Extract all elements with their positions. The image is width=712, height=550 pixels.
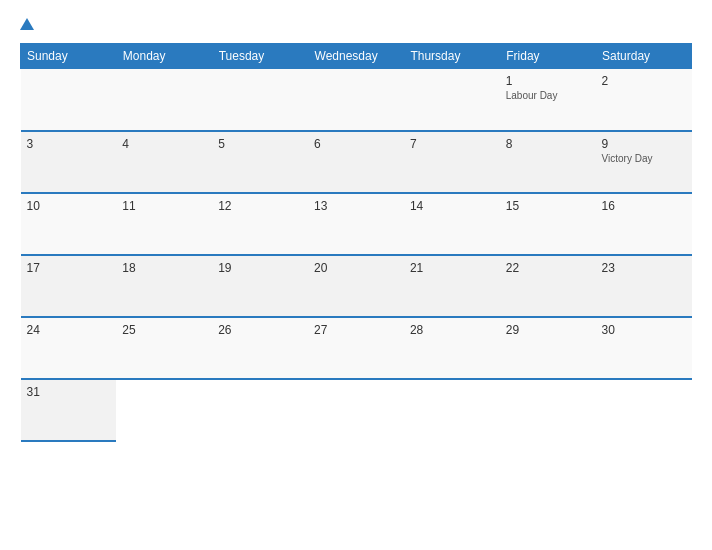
day-number: 26 <box>218 323 302 337</box>
calendar-cell: 18 <box>116 255 212 317</box>
weekday-header-friday: Friday <box>500 44 596 69</box>
holiday-label: Labour Day <box>506 90 590 102</box>
calendar-cell: 17 <box>21 255 117 317</box>
calendar-cell: 25 <box>116 317 212 379</box>
calendar-cell: 2 <box>596 69 692 131</box>
calendar-cell: 28 <box>404 317 500 379</box>
day-number: 17 <box>27 261 111 275</box>
day-number: 21 <box>410 261 494 275</box>
weekday-header-wednesday: Wednesday <box>308 44 404 69</box>
week-row-5: 24252627282930 <box>21 317 692 379</box>
day-number: 8 <box>506 137 590 151</box>
day-number: 28 <box>410 323 494 337</box>
day-number: 16 <box>602 199 686 213</box>
calendar-cell <box>308 379 404 441</box>
calendar-cell: 9Victory Day <box>596 131 692 193</box>
calendar-cell: 29 <box>500 317 596 379</box>
calendar-cell <box>116 69 212 131</box>
week-row-4: 17181920212223 <box>21 255 692 317</box>
calendar-cell: 11 <box>116 193 212 255</box>
calendar-cell <box>500 379 596 441</box>
calendar-table: SundayMondayTuesdayWednesdayThursdayFrid… <box>20 43 692 442</box>
day-number: 24 <box>27 323 111 337</box>
calendar-cell: 24 <box>21 317 117 379</box>
week-row-3: 10111213141516 <box>21 193 692 255</box>
logo <box>20 18 35 29</box>
calendar-cell <box>308 69 404 131</box>
calendar-cell: 20 <box>308 255 404 317</box>
calendar-cell <box>596 379 692 441</box>
day-number: 25 <box>122 323 206 337</box>
calendar-cell <box>21 69 117 131</box>
calendar-cell: 21 <box>404 255 500 317</box>
day-number: 14 <box>410 199 494 213</box>
weekday-header-row: SundayMondayTuesdayWednesdayThursdayFrid… <box>21 44 692 69</box>
calendar-cell: 13 <box>308 193 404 255</box>
day-number: 29 <box>506 323 590 337</box>
calendar-cell <box>404 379 500 441</box>
calendar-cell: 16 <box>596 193 692 255</box>
calendar-cell: 6 <box>308 131 404 193</box>
calendar-cell: 10 <box>21 193 117 255</box>
calendar-cell: 26 <box>212 317 308 379</box>
calendar-cell: 19 <box>212 255 308 317</box>
calendar-cell: 31 <box>21 379 117 441</box>
day-number: 5 <box>218 137 302 151</box>
holiday-label: Victory Day <box>602 153 686 165</box>
calendar-cell: 23 <box>596 255 692 317</box>
logo-triangle-icon <box>20 18 34 30</box>
weekday-header-sunday: Sunday <box>21 44 117 69</box>
weekday-header-saturday: Saturday <box>596 44 692 69</box>
calendar-cell <box>212 69 308 131</box>
day-number: 27 <box>314 323 398 337</box>
day-number: 22 <box>506 261 590 275</box>
weekday-header-tuesday: Tuesday <box>212 44 308 69</box>
calendar-page: SundayMondayTuesdayWednesdayThursdayFrid… <box>0 0 712 550</box>
calendar-cell: 27 <box>308 317 404 379</box>
week-row-1: 1Labour Day2 <box>21 69 692 131</box>
calendar-cell: 7 <box>404 131 500 193</box>
calendar-cell: 1Labour Day <box>500 69 596 131</box>
calendar-cell: 8 <box>500 131 596 193</box>
day-number: 18 <box>122 261 206 275</box>
day-number: 1 <box>506 74 590 88</box>
day-number: 10 <box>27 199 111 213</box>
calendar-cell: 4 <box>116 131 212 193</box>
day-number: 2 <box>602 74 686 88</box>
calendar-cell: 22 <box>500 255 596 317</box>
day-number: 31 <box>27 385 111 399</box>
day-number: 19 <box>218 261 302 275</box>
calendar-cell <box>116 379 212 441</box>
logo-blue-text <box>20 18 35 29</box>
day-number: 20 <box>314 261 398 275</box>
day-number: 15 <box>506 199 590 213</box>
day-number: 30 <box>602 323 686 337</box>
week-row-6: 31 <box>21 379 692 441</box>
day-number: 7 <box>410 137 494 151</box>
day-number: 3 <box>27 137 111 151</box>
calendar-cell: 30 <box>596 317 692 379</box>
weekday-header-thursday: Thursday <box>404 44 500 69</box>
calendar-header <box>20 18 692 29</box>
day-number: 9 <box>602 137 686 151</box>
day-number: 13 <box>314 199 398 213</box>
calendar-cell <box>212 379 308 441</box>
week-row-2: 3456789Victory Day <box>21 131 692 193</box>
day-number: 4 <box>122 137 206 151</box>
day-number: 23 <box>602 261 686 275</box>
calendar-cell: 12 <box>212 193 308 255</box>
calendar-cell: 3 <box>21 131 117 193</box>
calendar-cell: 15 <box>500 193 596 255</box>
day-number: 12 <box>218 199 302 213</box>
calendar-cell <box>404 69 500 131</box>
day-number: 6 <box>314 137 398 151</box>
calendar-cell: 5 <box>212 131 308 193</box>
day-number: 11 <box>122 199 206 213</box>
weekday-header-monday: Monday <box>116 44 212 69</box>
calendar-cell: 14 <box>404 193 500 255</box>
